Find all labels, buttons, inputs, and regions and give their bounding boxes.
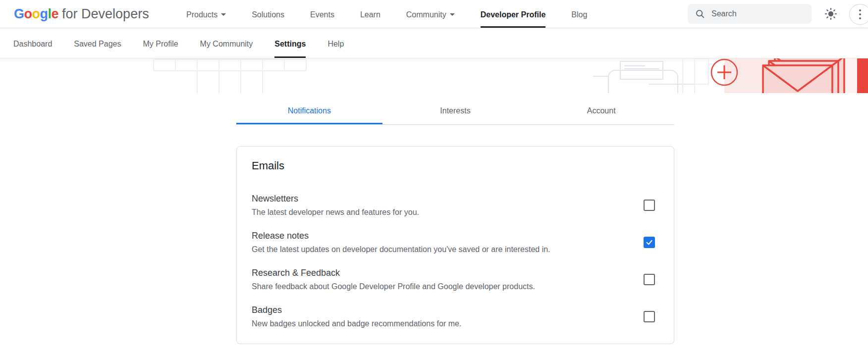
account-menu-button[interactable] <box>849 4 868 25</box>
pref-description: Get the latest updates on developer docu… <box>252 244 550 255</box>
pref-row-release-notes: Release notes Get the latest updates on … <box>252 229 655 255</box>
tab-notifications[interactable]: Notifications <box>236 97 382 124</box>
settings-tabs: Notifications Interests Account <box>236 97 674 125</box>
primary-nav: Products Solutions Events Learn Communit… <box>186 0 587 28</box>
chevron-down-icon <box>450 13 455 16</box>
search-box[interactable] <box>688 4 812 24</box>
pref-description: The latest developer news and features f… <box>252 206 419 218</box>
google-for-developers-logo[interactable]: Google for Developers <box>14 0 149 28</box>
search-icon <box>695 8 705 19</box>
profile-subnav: Dashboard Saved Pages My Profile My Comm… <box>0 28 868 58</box>
decorative-banner <box>0 58 868 93</box>
subnav-item-saved-pages[interactable]: Saved Pages <box>74 28 121 58</box>
pref-row-badges: Badges New badges unlocked and badge rec… <box>252 304 655 330</box>
nav-item-solutions[interactable]: Solutions <box>252 0 284 28</box>
nav-item-developer-profile[interactable]: Developer Profile <box>481 0 546 28</box>
tab-interests[interactable]: Interests <box>382 97 529 124</box>
pref-row-research-feedback: Research & Feedback Share feedback about… <box>252 266 655 293</box>
emails-card: Emails Newsletters The latest developer … <box>236 146 674 344</box>
pref-title: Release notes <box>252 229 550 242</box>
nav-item-events[interactable]: Events <box>310 0 334 28</box>
top-header: Google for Developers Products Solutions… <box>0 0 868 28</box>
kebab-menu-icon <box>859 9 861 19</box>
red-bar <box>857 58 868 93</box>
nav-item-products[interactable]: Products <box>186 0 226 28</box>
checkbox-badges[interactable] <box>644 311 655 322</box>
lineart-decoration <box>593 58 708 93</box>
subnav-item-help[interactable]: Help <box>327 28 344 58</box>
pref-row-newsletters: Newsletters The latest developer news an… <box>252 192 655 218</box>
subnav-item-my-community[interactable]: My Community <box>200 28 253 58</box>
chevron-down-icon <box>221 13 226 16</box>
checkbox-release-notes[interactable] <box>644 237 655 248</box>
subnav-item-my-profile[interactable]: My Profile <box>143 28 178 58</box>
checkbox-newsletters[interactable] <box>644 200 655 211</box>
theme-toggle-button[interactable] <box>823 6 839 21</box>
nav-item-learn[interactable]: Learn <box>360 0 380 28</box>
tab-account[interactable]: Account <box>528 97 674 124</box>
subnav-item-settings[interactable]: Settings <box>274 28 306 58</box>
pref-title: Research & Feedback <box>252 266 535 279</box>
nav-item-community[interactable]: Community <box>406 0 455 28</box>
pref-title: Badges <box>252 304 461 316</box>
pref-description: New badges unlocked and badge recommenda… <box>252 318 461 330</box>
pref-title: Newsletters <box>252 192 419 205</box>
pref-description: Share feedback about Google Developer Pr… <box>252 281 535 293</box>
nav-item-blog[interactable]: Blog <box>571 0 587 28</box>
checkbox-research-feedback[interactable] <box>644 274 655 285</box>
sun-icon <box>824 7 838 21</box>
subnav-item-dashboard[interactable]: Dashboard <box>13 28 52 58</box>
grid-decoration <box>154 59 306 93</box>
banner-artwork <box>0 58 868 93</box>
google-logo-text: Google <box>14 6 58 22</box>
search-input[interactable] <box>710 9 797 19</box>
card-title: Emails <box>252 159 655 172</box>
logo-suffix: for Developers <box>62 6 149 22</box>
envelopes-illustration <box>763 58 844 93</box>
